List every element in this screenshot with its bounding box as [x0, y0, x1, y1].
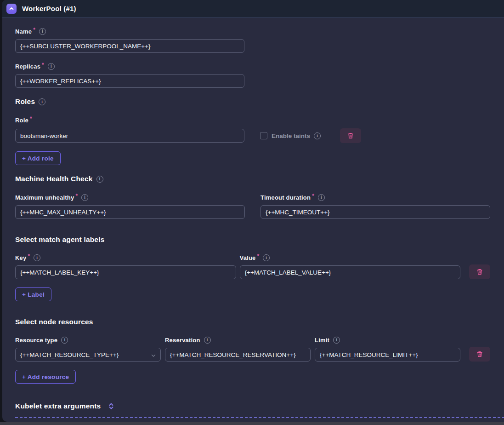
trash-icon [347, 132, 354, 139]
max-unhealthy-label: Maximum unhealthy [15, 194, 74, 201]
collapse-chevron-up-icon[interactable] [6, 4, 17, 14]
kubelet-heading-text: Kubelet extra arguments [15, 402, 101, 410]
match-labels-heading-text: Select match agent labels [15, 235, 105, 244]
info-icon[interactable]: i [39, 98, 45, 105]
mhc-heading: Machine Health Check i [15, 175, 490, 183]
card-title: WorkerPool (#1) [22, 5, 76, 12]
section-dashed-divider [15, 417, 504, 418]
add-label-button[interactable]: + Label [15, 287, 51, 301]
limit-input[interactable] [315, 348, 460, 362]
timeout-duration-field: Timeout duration * i [260, 194, 490, 219]
limit-field: Limit i [315, 336, 460, 362]
name-input[interactable] [15, 39, 244, 53]
required-asterisk: * [257, 253, 259, 259]
resource-type-label: Resource type [15, 337, 57, 344]
workerpool-card: WorkerPool (#1) Name * i Replicas * i Ro… [2, 0, 504, 422]
info-icon[interactable]: i [333, 337, 340, 344]
role-label: Role [15, 117, 28, 124]
replicas-label: Replicas [15, 63, 40, 70]
page-background: WorkerPool (#1) Name * i Replicas * i Ro… [0, 0, 504, 422]
delete-resource-button[interactable] [469, 347, 490, 362]
resource-type-select[interactable] [15, 348, 161, 362]
info-icon[interactable]: i [34, 254, 40, 261]
info-icon[interactable]: i [48, 63, 55, 70]
add-role-button[interactable]: + Add role [15, 151, 61, 165]
mhc-heading-text: Machine Health Check [15, 175, 93, 183]
label-value-field: Value * i [240, 254, 461, 279]
required-asterisk: * [30, 115, 32, 122]
name-label: Name [15, 28, 32, 35]
info-icon[interactable]: i [61, 337, 68, 344]
role-row: Enable taints i [15, 128, 490, 143]
limit-label: Limit [315, 337, 329, 344]
timeout-duration-input[interactable] [260, 205, 490, 219]
workerpool-card-header: WorkerPool (#1) [2, 0, 504, 17]
node-resources-heading-text: Select node resources [15, 318, 93, 326]
match-label-row: Key * i Value * i [15, 254, 490, 279]
max-unhealthy-field: Maximum unhealthy * i [15, 194, 245, 219]
key-label: Key [15, 254, 26, 261]
add-resource-button[interactable]: + Add resource [15, 370, 76, 384]
enable-taints-group: Enable taints i [260, 132, 321, 139]
reservation-field: Reservation i [165, 336, 311, 362]
match-labels-heading: Select match agent labels [15, 235, 490, 244]
workerpool-form: Name * i Replicas * i Roles i Role * Ena… [2, 17, 504, 418]
replicas-input[interactable] [15, 74, 244, 88]
enable-taints-label: Enable taints [272, 132, 310, 139]
info-icon[interactable]: i [81, 194, 88, 201]
mhc-row: Maximum unhealthy * i Timeout duration *… [15, 194, 490, 219]
max-unhealthy-input[interactable] [15, 205, 245, 219]
value-label: Value [240, 254, 256, 261]
name-label-row: Name * i [15, 28, 490, 35]
roles-heading: Roles i [15, 98, 490, 106]
value-input[interactable] [240, 265, 461, 279]
replicas-label-row: Replicas * i [15, 63, 490, 70]
trash-icon [476, 268, 483, 276]
roles-heading-text: Roles [15, 98, 35, 106]
required-asterisk: * [28, 253, 30, 259]
kubelet-heading: Kubelet extra arguments [15, 402, 490, 410]
delete-label-button[interactable] [469, 264, 490, 279]
required-asterisk: * [312, 193, 314, 199]
info-icon[interactable]: i [314, 132, 321, 139]
required-asterisk: * [75, 193, 78, 199]
required-asterisk: * [33, 27, 35, 33]
node-resource-row: Resource type i Reservation i [15, 336, 490, 362]
info-icon[interactable]: i [96, 176, 103, 183]
info-icon[interactable]: i [318, 194, 325, 201]
resource-type-field: Resource type i [15, 336, 161, 362]
info-icon[interactable]: i [204, 337, 211, 344]
key-input[interactable] [15, 265, 236, 279]
role-label-row: Role * [15, 116, 490, 124]
node-resources-heading: Select node resources [15, 318, 490, 326]
reservation-input[interactable] [165, 348, 311, 362]
delete-role-button[interactable] [340, 128, 361, 143]
role-input[interactable] [15, 129, 244, 143]
trash-icon [476, 350, 483, 358]
reservation-label: Reservation [165, 337, 200, 344]
required-asterisk: * [42, 62, 44, 68]
expand-collapse-icon[interactable] [108, 402, 114, 410]
info-icon[interactable]: i [263, 254, 270, 261]
timeout-duration-label: Timeout duration [260, 194, 311, 201]
info-icon[interactable]: i [39, 28, 46, 35]
enable-taints-checkbox[interactable] [260, 132, 267, 139]
label-key-field: Key * i [15, 254, 236, 279]
